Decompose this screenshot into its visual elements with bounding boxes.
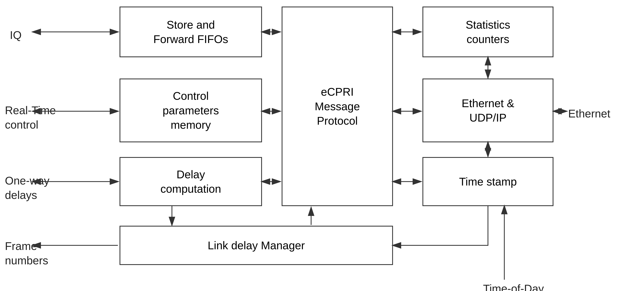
ecpri-block: eCPRIMessageProtocol (282, 6, 393, 206)
statistics-block: Statisticscounters (422, 6, 554, 57)
timestamp-block: Time stamp (422, 157, 554, 206)
realtime-label: Real-Timecontrol (5, 103, 56, 132)
delay-computation-block: Delaycomputation (120, 157, 262, 206)
link-delay-block: Link delay Manager (120, 226, 393, 265)
oneway-label: One-waydelays (5, 173, 50, 202)
control-params-block: Controlparametersmemory (120, 78, 262, 142)
ethernet-udp-block: Ethernet &UDP/IP (422, 78, 554, 142)
diagram: Store andForward FIFOs Controlparameters… (0, 0, 644, 291)
tod-label: Time-of-Day (483, 281, 544, 291)
frame-label: Framenumbers (5, 239, 48, 268)
store-forward-block: Store andForward FIFOs (120, 6, 262, 57)
iq-label: IQ (10, 28, 22, 42)
ethernet-label: Ethernet (568, 106, 610, 121)
